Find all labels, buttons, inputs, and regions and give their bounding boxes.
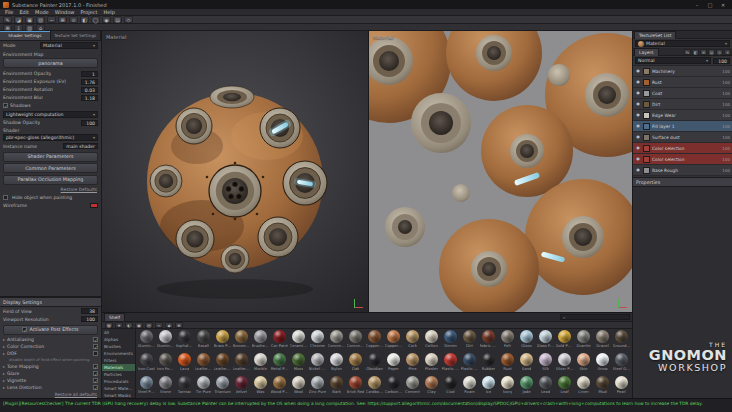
expander-icon[interactable]: ▸ [3,351,5,356]
material-swatch[interactable]: Aluminium Pure [156,330,175,353]
material-swatch[interactable]: Foam [460,376,479,398]
material-swatch[interactable]: Brass Pure [213,330,232,353]
material-swatch[interactable]: Nylon [327,353,346,376]
material-swatch[interactable]: Cotton [422,330,441,353]
material-swatch[interactable]: Iron Cast [137,353,156,376]
material-swatch[interactable]: Steel Painted [137,376,156,398]
material-swatch[interactable]: Nickel Pure [308,353,327,376]
instance-name-value[interactable]: main shader [63,143,98,149]
menu-item[interactable]: Edit [16,9,32,15]
material-swatch[interactable]: Wood Planks [270,376,289,398]
paint-tool-icon[interactable]: ✎ [3,16,12,23]
layer-row[interactable]: ● Machinery 100 [633,66,732,77]
layer-row[interactable]: ● Surface dust 100 [633,132,732,143]
visibility-eye-icon[interactable]: ● [635,123,641,129]
minimize-button[interactable]: – [691,1,703,9]
shelf-category[interactable]: All [102,329,135,336]
filter-tag-icon[interactable]: ◆ [165,322,173,328]
left-panel-tab[interactable]: Texture Set Settings [51,31,102,40]
material-swatch[interactable]: Snow [593,353,612,376]
bake-textures-icon[interactable]: ▧ [25,24,34,31]
post-effect-checkbox[interactable] [93,385,98,390]
menu-item[interactable]: File [2,9,16,15]
post-effect-checkbox[interactable] [93,337,98,342]
shelf-category[interactable]: Materials [102,364,135,371]
expander-icon[interactable]: ▸ [3,371,5,376]
param-value[interactable]: 1 [81,71,98,77]
material-swatch[interactable]: Stone [156,376,175,398]
material-swatch[interactable]: Skin [574,353,593,376]
material-swatch[interactable]: Wax [251,376,270,398]
material-swatch[interactable]: Felt [498,330,517,353]
blend-mode-dropdown[interactable]: Normal ▾ [635,57,711,64]
activate-post-effects-button[interactable]: Activate Post Effects [3,325,98,335]
layer-row[interactable]: ● Color selection 100 [633,143,732,154]
material-swatch[interactable]: Velvet [232,376,251,398]
material-swatch[interactable]: Wool [289,376,308,398]
layer-opacity-field[interactable]: 100 [713,58,730,64]
restore-all-defaults-link[interactable]: Restore all defaults [0,391,101,398]
material-swatch[interactable]: Lava [175,353,194,376]
filter-shelf-icon[interactable]: ▤ [145,322,153,328]
post-effect-row[interactable]: ▸ Vignette [0,377,101,384]
layer-row[interactable]: ● Rust 100 [633,77,732,88]
display-settings-header[interactable]: Display Settings [0,297,101,307]
material-swatch[interactable]: Obsidian [365,353,384,376]
material-swatch[interactable]: Chrome [308,330,327,353]
param-value[interactable]: 1.76 [81,79,98,85]
add-effect-icon[interactable]: fx [684,49,691,55]
import-resource-icon[interactable]: ⇩ [14,24,23,31]
material-swatch[interactable]: Ceramic Gloss [289,330,308,353]
material-swatch[interactable]: Concrete Clean [327,330,346,353]
textureset-dropdown[interactable]: Material ▾ [635,40,730,47]
quick-mask-icon[interactable]: ◧ [80,16,89,23]
material-swatch[interactable]: Glass [517,330,536,353]
filter-recent-icon[interactable]: ◐ [125,322,133,328]
shader-dropdown[interactable]: pbr-spec-gloss (allegorithmic) ▾ [3,134,98,141]
material-swatch[interactable]: Asphalt Fresh [175,330,194,353]
material-swatch[interactable]: Brushed Metal [251,330,270,353]
display-param-value[interactable]: 38 [81,308,98,314]
material-swatch[interactable]: Cork [403,330,422,353]
post-effect-row[interactable]: ▸ Antialiasing [0,336,101,343]
material-swatch[interactable]: Oak [346,353,365,376]
material-swatch[interactable]: Aluminium Anodized [137,330,156,353]
visibility-eye-icon[interactable]: ● [635,112,641,118]
material-swatch[interactable]: Zinc Pure [308,376,327,398]
post-effects-checkbox[interactable] [22,327,27,332]
expander-icon[interactable]: ▸ [3,385,5,390]
material-swatch[interactable]: Bark [327,376,346,398]
properties-header[interactable]: Properties [633,177,732,187]
viewport-3d[interactable]: Material [102,31,368,312]
smudge-tool-icon[interactable]: ~ [47,16,56,23]
material-swatch[interactable]: Metal Painted [270,353,289,376]
material-swatch[interactable]: Leather Fine [194,353,213,376]
menu-item[interactable]: Project [77,9,100,15]
material-swatch[interactable]: Pearl [612,376,631,398]
visibility-eye-icon[interactable]: ● [635,79,641,85]
expander-icon[interactable]: ▸ [3,344,5,349]
material-swatch[interactable]: Plastic Rough [460,353,479,376]
polygon-fill-tool-icon[interactable]: ▨ [36,16,45,23]
shader-section-button[interactable]: Shader Parameters [3,152,98,162]
tab-textureset-list[interactable]: TextureSet List [634,31,676,39]
material-swatch[interactable]: Iron Forged [156,353,175,376]
shelf-category[interactable]: Brushes [102,343,135,350]
post-effect-checkbox[interactable] [93,364,98,369]
shadows-mode-dropdown[interactable]: Lightweight computation ▾ [3,111,98,118]
visibility-eye-icon[interactable]: ● [635,68,641,74]
material-swatch[interactable]: Tin Pure [194,376,213,398]
close-button[interactable]: ✕ [717,1,729,9]
tab-layers[interactable]: Layers [634,48,659,56]
material-swatch[interactable]: Copper Old [365,330,384,353]
material-swatch[interactable]: Basalt [194,330,213,353]
restore-defaults-link[interactable]: Restore Defaults [0,186,101,193]
filter-favorites-icon[interactable]: ★ [115,322,123,328]
post-effect-checkbox[interactable] [93,351,98,356]
param-value[interactable]: 0.03 [81,87,98,93]
post-effect-checkbox[interactable] [93,344,98,349]
camera-icon[interactable]: ⌂ [36,24,45,31]
material-swatch[interactable]: Concrete Dirty [346,330,365,353]
shelf-search[interactable]: ⌕ [560,314,630,320]
material-swatch[interactable]: Plaster [422,353,441,376]
